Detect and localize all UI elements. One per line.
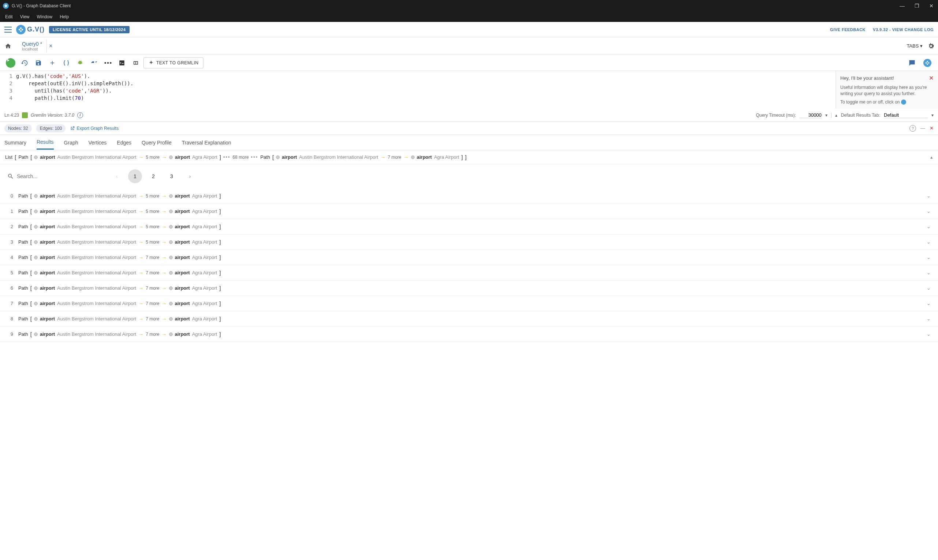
page-3-button[interactable]: 3 [165, 169, 179, 183]
result-row[interactable]: 7Path [ airport Austin Bergstrom Interna… [0, 296, 938, 311]
status-bar: Ln 4:23 Gremlin Version: 3.7.0 i Query T… [0, 109, 938, 122]
code-content[interactable]: g.V().has('code','AUS'). repeat(outE().i… [16, 72, 836, 107]
terminal-icon[interactable] [116, 57, 128, 69]
arrow-icon: → [380, 154, 385, 160]
arrow-icon: → [138, 285, 143, 291]
sparkle-icon [148, 60, 154, 66]
tab-edges[interactable]: Edges [117, 136, 131, 149]
window-title: G.V() - Graph Database Client [12, 3, 71, 8]
timeout-dropdown-icon[interactable]: ▾ [825, 113, 827, 118]
node-dot-icon [169, 256, 173, 259]
node-dot-icon [34, 256, 38, 259]
close-tab-icon[interactable]: × [49, 43, 52, 49]
arrow-icon: → [162, 239, 167, 245]
collapse-chevron-icon[interactable]: ▴ [930, 154, 933, 160]
tab-summary[interactable]: Summary [5, 136, 26, 149]
timeout-input[interactable] [800, 112, 822, 118]
assistant-toggle-icon[interactable] [921, 57, 933, 69]
book-icon[interactable] [129, 57, 142, 69]
result-row[interactable]: 9Path [ airport Austin Bergstrom Interna… [0, 327, 938, 342]
tab-graph[interactable]: Graph [64, 136, 78, 149]
info-icon[interactable]: i [77, 112, 83, 118]
expand-chevron-icon[interactable]: ⌄ [927, 270, 931, 275]
minimize-button[interactable]: — [898, 3, 906, 9]
row-index: 6 [7, 285, 13, 291]
page-2-button[interactable]: 2 [146, 169, 160, 183]
result-row[interactable]: 2Path [ airport Austin Bergstrom Interna… [0, 219, 938, 234]
node-dot-icon [169, 332, 173, 336]
expand-chevron-icon[interactable]: ⌄ [927, 209, 931, 214]
menu-view[interactable]: View [17, 13, 33, 21]
logo-circle-icon [16, 25, 26, 34]
tab-name: Query0 * [22, 41, 42, 47]
expand-chevron-icon[interactable]: ⌄ [927, 316, 931, 322]
tab-vertices[interactable]: Vertices [89, 136, 107, 149]
arrow-icon: → [162, 301, 167, 306]
result-row[interactable]: 8Path [ airport Austin Bergstrom Interna… [0, 311, 938, 327]
close-results-icon[interactable]: ✕ [930, 125, 933, 131]
route-icon[interactable] [88, 57, 100, 69]
history-icon[interactable] [18, 57, 31, 69]
edges-chip: Edges: 100 [36, 125, 66, 132]
expand-chevron-icon[interactable]: ⌄ [927, 239, 931, 245]
run-query-button[interactable] [5, 57, 17, 69]
default-tab-select[interactable] [884, 112, 928, 118]
assistant-panel: Hey, I'll be your assistant! ✕ Useful in… [836, 71, 938, 109]
result-row[interactable]: 3Path [ airport Austin Bergstrom Interna… [0, 234, 938, 250]
expand-chevron-icon[interactable]: ⌄ [927, 224, 931, 229]
result-row[interactable]: 1Path [ airport Austin Bergstrom Interna… [0, 204, 938, 219]
tab-query-profile[interactable]: Query Profile [142, 136, 172, 149]
result-tabs: Summary Results Graph Vertices Edges Que… [0, 135, 938, 150]
prev-page-button[interactable]: ‹ [110, 169, 124, 183]
add-icon[interactable] [46, 57, 59, 69]
app-logo[interactable]: G.V() [16, 25, 45, 34]
node-dot-icon [169, 225, 173, 229]
search-input[interactable] [17, 173, 90, 179]
home-icon[interactable] [3, 43, 13, 49]
row-index: 3 [7, 239, 13, 245]
hamburger-icon[interactable] [5, 27, 12, 32]
code-editor[interactable]: 1 2 3 4 g.V().has('code','AUS'). repeat(… [0, 71, 836, 109]
help-icon[interactable]: ? [909, 125, 916, 132]
minimize-results-icon[interactable]: — [920, 125, 925, 131]
page-1-button[interactable]: 1 [128, 169, 142, 183]
bug-icon[interactable] [74, 57, 86, 69]
text-to-gremlin-button[interactable]: TEXT TO GREMLIN [143, 57, 203, 68]
tab-traversal-explanation[interactable]: Traversal Explanation [182, 136, 231, 149]
query-tab[interactable]: Query0 * localhost × [18, 40, 47, 53]
menu-window[interactable]: Window [33, 13, 56, 21]
close-window-button[interactable]: ✕ [928, 3, 935, 9]
export-graph-link[interactable]: Export Graph Results [70, 126, 119, 131]
row-index: 8 [7, 316, 13, 322]
changelog-link[interactable]: V3.9.32 - VIEW CHANGE LOG [873, 28, 933, 32]
braces-icon[interactable] [60, 57, 72, 69]
assistant-close-icon[interactable]: ✕ [929, 75, 933, 82]
give-feedback-link[interactable]: GIVE FEEDBACK [830, 28, 866, 32]
expand-chevron-icon[interactable]: ⌄ [927, 301, 931, 306]
result-row[interactable]: 6Path [ airport Austin Bergstrom Interna… [0, 280, 938, 296]
expand-chevron-icon[interactable]: ⌄ [927, 331, 931, 337]
expand-chevron-icon[interactable]: ⌄ [927, 255, 931, 260]
more-icon[interactable] [102, 57, 114, 69]
node-dot-icon [276, 155, 280, 159]
tabs-dropdown[interactable]: TABS ▾ [907, 43, 923, 49]
result-row[interactable]: 4Path [ airport Austin Bergstrom Interna… [0, 250, 938, 265]
result-row[interactable]: 0Path [ airport Austin Bergstrom Interna… [0, 188, 938, 204]
maximize-button[interactable]: ❐ [913, 3, 920, 9]
node-dot-icon [34, 225, 38, 229]
menu-help[interactable]: Help [56, 13, 72, 21]
row-index: 4 [7, 255, 13, 260]
expand-chevron-icon[interactable]: ⌄ [927, 193, 931, 198]
collapse-up-icon[interactable]: ▴ [831, 113, 837, 118]
tab-results[interactable]: Results [37, 135, 54, 149]
settings-gear-icon[interactable] [927, 42, 935, 50]
default-tab-dropdown-icon[interactable]: ▾ [932, 113, 933, 118]
next-page-button[interactable]: › [183, 169, 197, 183]
result-row[interactable]: 5Path [ airport Austin Bergstrom Interna… [0, 265, 938, 280]
expand-chevron-icon[interactable]: ⌄ [927, 285, 931, 291]
menu-edit[interactable]: Edit [2, 13, 17, 21]
tab-connection: localhost [22, 47, 42, 51]
list-summary-row[interactable]: List [ Path [ airport Austin Bergstrom I… [0, 150, 938, 164]
save-icon[interactable] [32, 57, 45, 69]
chat-icon[interactable] [906, 57, 918, 69]
